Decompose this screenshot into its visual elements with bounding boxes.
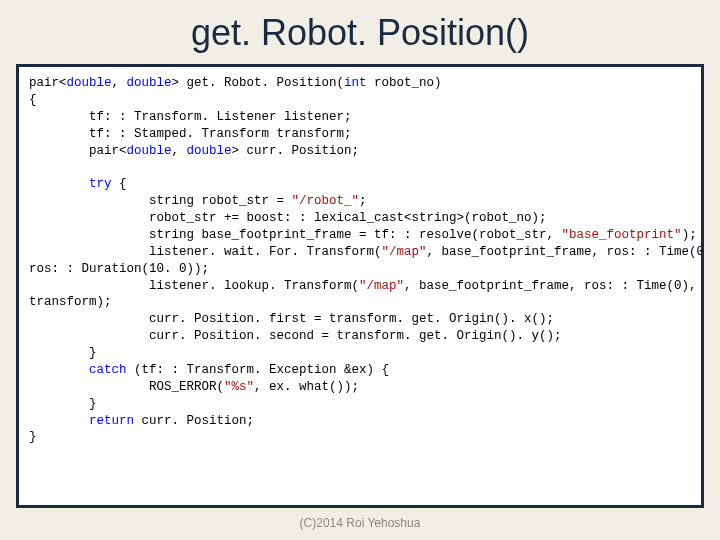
code-text: curr. Position. second = transform. get.…: [29, 329, 562, 343]
code-text: }: [29, 430, 37, 444]
footer-copyright: (C)2014 Roi Yehoshua: [16, 516, 704, 530]
code-text: [29, 177, 89, 191]
keyword: catch: [89, 363, 127, 377]
keyword: try: [89, 177, 112, 191]
code-text: pair<: [29, 144, 127, 158]
string-literal: "/map": [359, 279, 404, 293]
code-text: , base_footprint_frame, ros: : Time(0),: [404, 279, 697, 293]
code-text: );: [682, 228, 697, 242]
string-literal: "base_footprint": [562, 228, 682, 242]
keyword: double: [127, 76, 172, 90]
slide-title: get. Robot. Position(): [16, 12, 704, 54]
code-text: ;: [359, 194, 367, 208]
keyword: int: [344, 76, 367, 90]
code-text: {: [112, 177, 127, 191]
keyword: double: [127, 144, 172, 158]
code-text: curr. Position;: [134, 414, 254, 428]
slide: get. Robot. Position() pair<double, doub…: [0, 0, 720, 540]
string-literal: "/robot_": [292, 194, 360, 208]
code-block: pair<double, double> get. Robot. Positio…: [29, 75, 691, 446]
code-text: curr. Position. first = transform. get. …: [29, 312, 554, 326]
string-literal: "/map": [382, 245, 427, 259]
code-text: , ex. what());: [254, 380, 359, 394]
code-text: ros: : Duration(10. 0));: [29, 262, 209, 276]
code-text: , base_footprint_frame, ros: : Time(0),: [427, 245, 704, 259]
code-text: listener. lookup. Transform(: [29, 279, 359, 293]
code-text: > curr. Position;: [232, 144, 360, 158]
code-text: robot_no): [367, 76, 442, 90]
code-text: [29, 414, 89, 428]
code-text: ,: [112, 76, 127, 90]
string-literal: "%s": [224, 380, 254, 394]
code-text: }: [29, 346, 97, 360]
code-text: (tf: : Transform. Exception &ex) {: [127, 363, 390, 377]
code-frame: pair<double, double> get. Robot. Positio…: [16, 64, 704, 508]
code-text: {: [29, 93, 37, 107]
code-text: listener. wait. For. Transform(: [29, 245, 382, 259]
code-text: tf: : Transform. Listener listener;: [29, 110, 352, 124]
code-text: }: [29, 397, 97, 411]
keyword: double: [187, 144, 232, 158]
code-text: transform);: [29, 295, 112, 309]
code-text: string base_footprint_frame = tf: : reso…: [29, 228, 562, 242]
code-text: ROS_ERROR(: [29, 380, 224, 394]
code-text: > get. Robot. Position(: [172, 76, 345, 90]
code-text: robot_str += boost: : lexical_cast<strin…: [29, 211, 547, 225]
code-text: [29, 363, 89, 377]
code-text: ,: [172, 144, 187, 158]
code-text: string robot_str =: [29, 194, 292, 208]
keyword: double: [67, 76, 112, 90]
code-text: tf: : Stamped. Transform transform;: [29, 127, 352, 141]
code-text: pair<: [29, 76, 67, 90]
keyword: return: [89, 414, 134, 428]
